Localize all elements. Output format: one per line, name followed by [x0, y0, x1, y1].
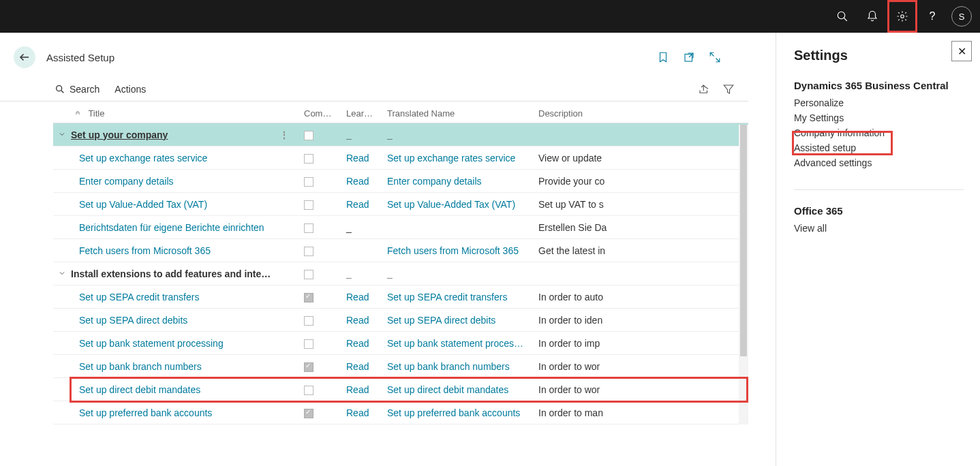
- back-button[interactable]: [14, 46, 35, 68]
- settings-link[interactable]: Advanced settings: [794, 155, 980, 170]
- settings-link[interactable]: Personalize: [794, 95, 980, 110]
- group-row[interactable]: Set up your company⋮__: [53, 123, 748, 146]
- actions-menu[interactable]: Actions: [114, 84, 146, 95]
- scrollbar[interactable]: [739, 125, 748, 424]
- gear-icon[interactable]: [887, 0, 917, 33]
- col-learn-more[interactable]: Learn more: [341, 102, 382, 123]
- filter-icon[interactable]: [722, 83, 735, 95]
- group-title-cell[interactable]: Install extensions to add features and i…: [53, 262, 298, 285]
- checkbox[interactable]: [304, 386, 313, 395]
- learn-link[interactable]: Read: [341, 401, 382, 424]
- bell-icon[interactable]: [857, 0, 887, 33]
- help-icon[interactable]: ?: [917, 0, 947, 33]
- checkbox[interactable]: [304, 339, 313, 349]
- share-icon[interactable]: [698, 83, 710, 95]
- group-title-cell[interactable]: Set up your company⋮: [53, 123, 298, 146]
- translated-link[interactable]: Fetch users from Microsoft 365: [382, 239, 533, 262]
- checkbox[interactable]: [304, 362, 313, 372]
- row-title[interactable]: Set up bank branch numbers: [53, 355, 298, 378]
- learn-link[interactable]: Read: [341, 285, 382, 309]
- col-title[interactable]: Title: [53, 102, 298, 123]
- translated-link[interactable]: Set up foreign payments: [382, 424, 533, 425]
- table-row[interactable]: Set up foreign paymentsReadSet up foreig…: [53, 424, 748, 425]
- checkbox[interactable]: [304, 409, 313, 418]
- table-row[interactable]: Set up preferred bank accountsReadSet up…: [53, 401, 748, 424]
- row-title[interactable]: Fetch users from Microsoft 365: [53, 239, 298, 262]
- table-row[interactable]: Set up bank branch numbersReadSet up ban…: [53, 355, 748, 378]
- settings-link[interactable]: View all: [794, 221, 980, 236]
- checkbox[interactable]: [304, 223, 313, 233]
- expand-icon[interactable]: [709, 51, 721, 63]
- row-title[interactable]: Set up SEPA direct debits: [53, 309, 298, 332]
- table-row[interactable]: Set up bank statement processingReadSet …: [53, 332, 748, 355]
- learn-link[interactable]: Read: [341, 146, 382, 170]
- col-description[interactable]: Description: [533, 102, 748, 123]
- learn-link[interactable]: Read: [341, 378, 382, 401]
- translated-link[interactable]: Set up SEPA credit transfers: [382, 285, 533, 309]
- close-icon[interactable]: ✕: [951, 41, 972, 61]
- table-row[interactable]: Set up SEPA credit transfersReadSet up S…: [53, 285, 748, 309]
- checkbox[interactable]: [304, 177, 313, 187]
- row-title[interactable]: Set up Value-Added Tax (VAT): [53, 193, 298, 216]
- checkbox[interactable]: [304, 154, 313, 164]
- table-row[interactable]: Set up exchange rates serviceReadSet up …: [53, 146, 748, 170]
- row-title[interactable]: Enter company details: [53, 170, 298, 193]
- translated-link[interactable]: Set up bank statement processing: [382, 332, 533, 355]
- checkbox[interactable]: [304, 316, 313, 326]
- checkbox[interactable]: [304, 200, 313, 210]
- col-completed[interactable]: Compl...: [298, 102, 341, 123]
- learn-link[interactable]: Read: [341, 309, 382, 332]
- learn-link[interactable]: Read: [341, 332, 382, 355]
- group-title: Install extensions to add features and i…: [71, 268, 271, 279]
- settings-link[interactable]: My Settings: [794, 110, 980, 125]
- translated-link[interactable]: Set up Value-Added Tax (VAT): [382, 193, 533, 216]
- settings-link[interactable]: Company information: [794, 125, 980, 140]
- desc-cell: View or update: [533, 146, 748, 170]
- col-translated[interactable]: Translated Name: [382, 102, 533, 123]
- group-title: Set up your company: [71, 129, 168, 140]
- bookmark-icon[interactable]: [657, 51, 669, 63]
- learn-link[interactable]: Read: [341, 355, 382, 378]
- chevron-down-icon[interactable]: [53, 268, 71, 279]
- desc-cell: Get the latest in: [533, 239, 748, 262]
- checkbox[interactable]: [304, 293, 313, 302]
- table-row[interactable]: Fetch users from Microsoft 365Fetch user…: [53, 239, 748, 262]
- row-title[interactable]: Set up preferred bank accounts: [53, 401, 298, 424]
- search-button[interactable]: Search: [55, 84, 99, 95]
- checkbox[interactable]: [304, 247, 313, 256]
- row-title[interactable]: Set up direct debit mandates: [53, 378, 298, 401]
- learn-link[interactable]: Read: [341, 170, 382, 193]
- translated-link: [382, 216, 533, 239]
- svg-line-7: [716, 59, 720, 62]
- table-row[interactable]: Set up direct debit mandatesReadSet up d…: [53, 378, 748, 401]
- group-row[interactable]: Install extensions to add features and i…: [53, 262, 748, 285]
- row-title[interactable]: Set up exchange rates service: [53, 146, 298, 170]
- avatar[interactable]: S: [951, 6, 972, 27]
- main-content: Assisted Setup Search Actions: [0, 33, 776, 466]
- table-row[interactable]: Berichtsdaten für eigene Berichte einric…: [53, 216, 748, 239]
- checkbox[interactable]: [304, 131, 313, 140]
- desc-cell: Erstellen Sie Da: [533, 216, 748, 239]
- chevron-down-icon[interactable]: [53, 129, 71, 140]
- table-row[interactable]: Enter company detailsReadEnter company d…: [53, 170, 748, 193]
- row-title[interactable]: Berichtsdaten für eigene Berichte einric…: [53, 216, 298, 239]
- scrollbar-thumb[interactable]: [740, 125, 747, 356]
- translated-link[interactable]: Set up SEPA direct debits: [382, 309, 533, 332]
- translated-link[interactable]: Set up direct debit mandates: [382, 378, 533, 401]
- translated-link[interactable]: Set up bank branch numbers: [382, 355, 533, 378]
- settings-link[interactable]: Assisted setup: [794, 140, 980, 155]
- learn-link[interactable]: Read: [341, 193, 382, 216]
- translated-link[interactable]: Enter company details: [382, 170, 533, 193]
- learn-link[interactable]: Read: [341, 424, 382, 425]
- row-title[interactable]: Set up SEPA credit transfers: [53, 285, 298, 309]
- translated-link[interactable]: Set up exchange rates service: [382, 146, 533, 170]
- checkbox[interactable]: [304, 270, 313, 279]
- table-row[interactable]: Set up SEPA direct debitsReadSet up SEPA…: [53, 309, 748, 332]
- table-row[interactable]: Set up Value-Added Tax (VAT)ReadSet up V…: [53, 193, 748, 216]
- search-icon[interactable]: [827, 0, 857, 33]
- row-kebab-icon[interactable]: ⋮: [275, 129, 293, 140]
- popout-icon[interactable]: [683, 51, 695, 63]
- row-title[interactable]: Set up bank statement processing: [53, 332, 298, 355]
- row-title[interactable]: Set up foreign payments: [53, 424, 298, 425]
- translated-link[interactable]: Set up preferred bank accounts: [382, 401, 533, 424]
